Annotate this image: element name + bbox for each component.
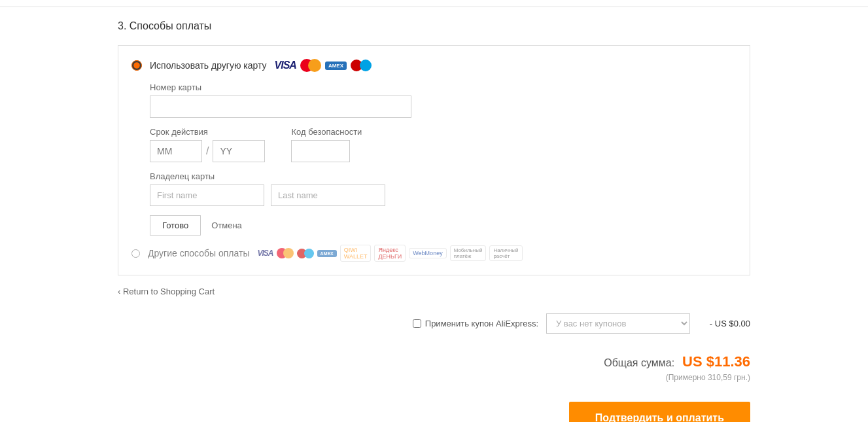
visa-other-icon: VISA bbox=[257, 249, 273, 258]
footer-bar: ‹ Return to Shopping Cart bbox=[0, 275, 868, 307]
maestro-icon bbox=[351, 59, 372, 72]
other-methods-radio[interactable] bbox=[131, 249, 140, 258]
confirm-button[interactable]: Подтвердить и оплатить bbox=[569, 402, 750, 422]
total-section: Общая сумма: US $11.36 (Примерно 310,59 … bbox=[0, 340, 868, 395]
cvv-group: Код безопасности bbox=[291, 127, 362, 162]
other-methods-label[interactable]: Другие способы оплаты bbox=[148, 248, 249, 258]
return-to-cart-link[interactable]: ‹ Return to Shopping Cart bbox=[118, 287, 215, 296]
payment-section: Использовать другую карту VISA AMEX Номе… bbox=[118, 45, 750, 275]
card-number-label: Номер карты bbox=[150, 82, 737, 92]
cvv-label: Код безопасности bbox=[291, 127, 362, 137]
done-button[interactable]: Готово bbox=[150, 215, 201, 236]
other-card-radio[interactable] bbox=[131, 60, 142, 71]
other-payment-option: Другие способы оплаты VISA AMEX QIWIWALL… bbox=[131, 245, 737, 262]
coupon-label: Применить купон AliExpress: bbox=[413, 319, 538, 328]
total-amount: US $11.36 bbox=[682, 353, 750, 370]
amex-icon: AMEX bbox=[325, 62, 347, 70]
expiry-label: Срок действия bbox=[150, 127, 265, 137]
total-approx: (Примерно 310,59 грн.) bbox=[118, 373, 750, 382]
card-form: Номер карты Срок действия / Код безопасн… bbox=[150, 82, 737, 236]
coupon-select[interactable]: У вас нет купонов bbox=[546, 313, 690, 334]
qiwi-icon: QIWIWALLET bbox=[340, 245, 372, 262]
visa-icon: VISA bbox=[275, 60, 296, 71]
cardholder-row bbox=[150, 185, 737, 206]
mobile-payment-icon: Мобильныйплатёж bbox=[450, 245, 487, 261]
use-other-card-option: Использовать другую карту VISA AMEX bbox=[131, 59, 737, 72]
cardholder-group: Владелец карты bbox=[150, 171, 737, 206]
form-button-row: Готово Отмена bbox=[150, 215, 737, 236]
last-name-input[interactable] bbox=[271, 185, 385, 206]
slash-divider: / bbox=[205, 145, 210, 157]
webmoney-icon: WebMoney bbox=[409, 248, 446, 258]
month-input[interactable] bbox=[150, 140, 202, 162]
other-payment-logos: VISA AMEX QIWIWALLET ЯндексДЕНЬГИ WebMon… bbox=[257, 245, 522, 262]
card-number-input[interactable] bbox=[150, 96, 411, 118]
cash-payment-icon: Наличныйрасчёт bbox=[489, 245, 522, 261]
coupon-discount: - US $0.00 bbox=[698, 319, 750, 328]
cvv-input[interactable] bbox=[291, 140, 350, 162]
expiry-cvv-row: Срок действия / Код безопасности bbox=[150, 127, 737, 171]
mastercard-icon bbox=[300, 59, 321, 72]
amex-other-icon: AMEX bbox=[317, 250, 337, 257]
cardholder-label: Владелец карты bbox=[150, 171, 737, 181]
yandex-icon: ЯндексДЕНЬГИ bbox=[374, 245, 406, 262]
coupon-checkbox[interactable] bbox=[413, 319, 421, 328]
expiry-group: Срок действия / bbox=[150, 127, 265, 162]
cancel-button[interactable]: Отмена bbox=[211, 220, 242, 230]
card-logos-main: VISA AMEX bbox=[275, 59, 372, 72]
confirm-btn-wrapper: Подтвердить и оплатить bbox=[0, 395, 868, 422]
coupon-bar: Применить купон AliExpress: У вас нет ку… bbox=[0, 307, 868, 340]
mc-other-icon bbox=[277, 248, 294, 258]
year-input[interactable] bbox=[213, 140, 265, 162]
card-number-group: Номер карты bbox=[150, 82, 737, 118]
first-name-input[interactable] bbox=[150, 185, 264, 206]
coupon-text: Применить купон AliExpress: bbox=[425, 319, 538, 328]
section-title: 3. Способы оплаты bbox=[0, 14, 868, 39]
total-label: Общая сумма: bbox=[604, 357, 674, 368]
maestro-other-icon bbox=[297, 248, 314, 258]
other-card-label[interactable]: Использовать другую карту bbox=[150, 60, 267, 71]
expiry-inputs: / bbox=[150, 140, 265, 162]
